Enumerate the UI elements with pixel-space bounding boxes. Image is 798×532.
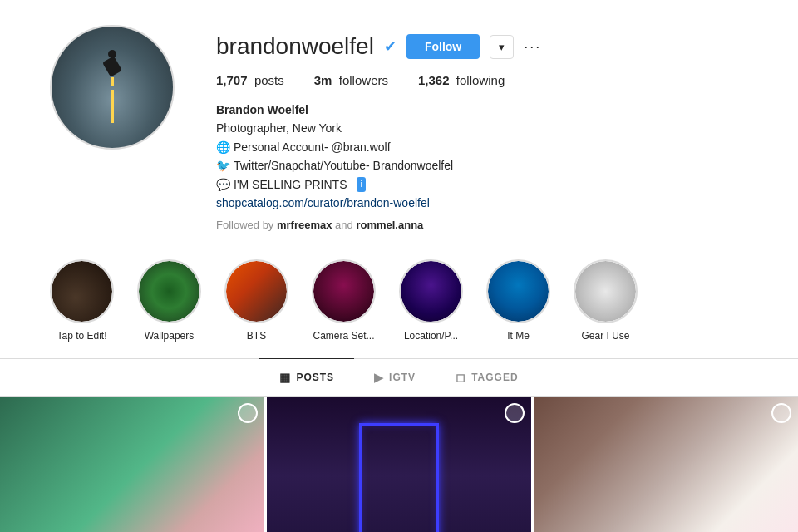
followed-by-user2[interactable]: rommel.anna	[356, 219, 423, 231]
username-row: brandonwoelfel ✔ Follow ▾ ···	[216, 33, 765, 60]
profile-section: brandonwoelfel ✔ Follow ▾ ··· 1,707 post…	[0, 0, 798, 251]
bio-subtitle: Photographer, New York	[216, 119, 765, 137]
tab-igtv[interactable]: ▶ IGTV	[354, 358, 436, 396]
grid-item-3[interactable]	[534, 397, 798, 532]
bio-link[interactable]: shopcatalog.com/curator/brandon-woelfel	[216, 194, 430, 212]
igtv-tab-icon: ▶	[374, 371, 384, 384]
highlight-label: BTS	[247, 330, 266, 342]
following-label: following	[456, 73, 505, 87]
highlight-label: Wallpapers	[145, 330, 195, 342]
highlight-item[interactable]: Tap to Edit!	[50, 259, 114, 342]
twitter-icon: 🐦	[216, 156, 230, 175]
username: brandonwoelfel	[216, 33, 374, 60]
highlight-item[interactable]: It Me	[486, 259, 550, 342]
bio-line3: 💬 I'M SELLING PRINTS i	[216, 175, 765, 194]
select-indicator-1	[238, 403, 258, 423]
info-icon: i	[357, 177, 365, 192]
verified-icon: ✔	[384, 37, 397, 56]
bio-line1: 🌐 Personal Account- @bran.wolf	[216, 138, 765, 156]
speech-icon: 💬	[216, 175, 230, 194]
select-indicator-2	[505, 403, 525, 423]
highlight-item[interactable]: Gear I Use	[574, 259, 638, 342]
igtv-tab-label: IGTV	[389, 372, 416, 383]
posts-count: 1,707	[216, 73, 248, 87]
tab-posts[interactable]: ▦ POSTS	[259, 358, 354, 396]
stat-posts[interactable]: 1,707 posts	[216, 73, 284, 87]
followers-label: followers	[339, 73, 388, 87]
bio-line2: 🐦 Twitter/Snapchat/Youtube- Brandonwoelf…	[216, 156, 765, 175]
posts-tab-icon: ▦	[279, 371, 291, 384]
followers-count: 3m	[314, 73, 332, 87]
grid-item-2[interactable]	[267, 397, 531, 532]
highlight-label: Camera Set...	[313, 330, 374, 342]
stat-followers[interactable]: 3m followers	[314, 73, 388, 87]
posts-tab-label: POSTS	[296, 372, 334, 383]
profile-info: brandonwoelfel ✔ Follow ▾ ··· 1,707 post…	[216, 25, 765, 234]
highlight-item[interactable]: Camera Set...	[312, 259, 376, 342]
highlight-label: Tap to Edit!	[57, 330, 106, 342]
tab-tagged[interactable]: ◻ TAGGED	[436, 358, 538, 396]
following-count: 1,362	[418, 73, 450, 87]
follow-dropdown-button[interactable]: ▾	[490, 35, 514, 59]
more-options-button[interactable]: ···	[524, 38, 541, 56]
tabs-section: ▦ POSTS ▶ IGTV ◻ TAGGED	[0, 359, 798, 397]
tagged-tab-label: TAGGED	[471, 372, 518, 383]
page-wrapper: brandonwoelfel ✔ Follow ▾ ··· 1,707 post…	[0, 0, 798, 532]
highlight-item[interactable]: Wallpapers	[137, 259, 201, 342]
highlights-row: Tap to Edit! Wallpapers BTS Camera Set..…	[50, 259, 773, 342]
bio-name: Brandon Woelfel	[216, 101, 765, 119]
followed-by: Followed by mrfreemax and rommel.anna	[216, 217, 765, 234]
select-indicator-3	[771, 403, 791, 423]
bio-section: Brandon Woelfel Photographer, New York 🌐…	[216, 101, 765, 234]
bio-link-line: shopcatalog.com/curator/brandon-woelfel	[216, 194, 765, 212]
grid-item-1[interactable]	[0, 397, 264, 532]
highlight-item[interactable]: BTS	[224, 259, 288, 342]
followed-by-user1[interactable]: mrfreemax	[277, 219, 332, 231]
stats-row: 1,707 posts 3m followers 1,362 following	[216, 73, 765, 87]
stat-following[interactable]: 1,362 following	[418, 73, 505, 87]
highlight-label: It Me	[507, 330, 530, 342]
profile-avatar[interactable]	[50, 25, 175, 150]
posts-grid	[0, 397, 798, 532]
highlight-item[interactable]: Location/P...	[399, 259, 463, 342]
highlight-label: Gear I Use	[581, 330, 629, 342]
follow-button[interactable]: Follow	[406, 34, 480, 59]
highlight-label: Location/P...	[404, 330, 458, 342]
highlights-section: Tap to Edit! Wallpapers BTS Camera Set..…	[0, 251, 798, 359]
posts-label: posts	[254, 73, 284, 87]
tagged-tab-icon: ◻	[456, 371, 466, 384]
globe-icon: 🌐	[216, 138, 230, 156]
